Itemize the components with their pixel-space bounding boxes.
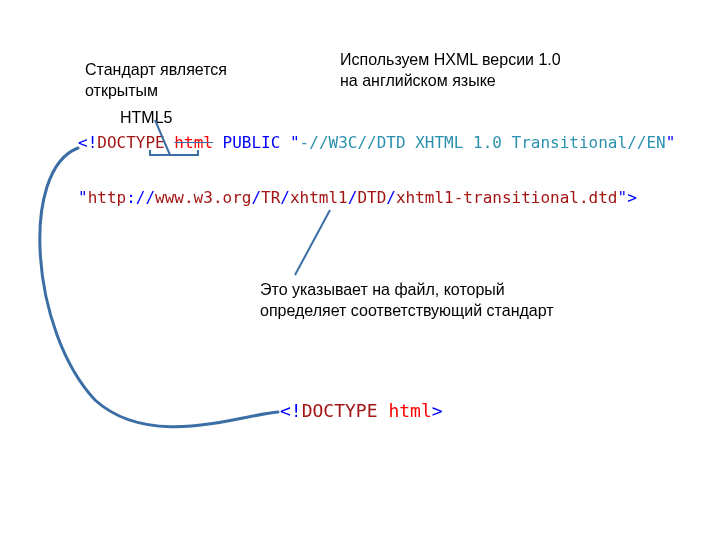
tok — [165, 133, 175, 152]
tok: " — [618, 188, 628, 207]
text-line: на английском языке — [340, 72, 496, 89]
tok: > — [627, 188, 637, 207]
tok: DOCTYPE — [97, 133, 164, 152]
tok: / — [386, 188, 396, 207]
tok: < — [78, 133, 88, 152]
tok: TR — [261, 188, 280, 207]
tok: ! — [88, 133, 98, 152]
text-line: HTML5 — [120, 109, 172, 126]
tok: / — [280, 188, 290, 207]
tok: " — [666, 133, 676, 152]
tok: / — [348, 188, 358, 207]
tok: DTD — [357, 188, 386, 207]
tok: http — [88, 188, 127, 207]
text-line: определяет соответствующий стандарт — [260, 302, 554, 319]
tok — [378, 400, 389, 421]
tok: " — [290, 133, 300, 152]
tok: > — [432, 400, 443, 421]
annotation-hxml-version: Используем HXML версии 1.0 на английском… — [340, 50, 561, 92]
tok — [280, 133, 290, 152]
text-line: открытым — [85, 82, 158, 99]
tok: www.w3.org — [155, 188, 251, 207]
tok: html — [174, 133, 213, 152]
code-line-doctype-xhtml: <!DOCTYPE html PUBLIC "-//W3C//DTD XHTML… — [78, 133, 675, 152]
text-line: Используем HXML версии 1.0 — [340, 51, 561, 68]
tok: / — [251, 188, 261, 207]
code-line-dtd-url: "http://www.w3.org/TR/xhtml1/DTD/xhtml1-… — [78, 188, 637, 207]
tok: -//W3C//DTD XHTML 1.0 Transitional//EN — [300, 133, 666, 152]
tok: :// — [126, 188, 155, 207]
tok: " — [78, 188, 88, 207]
tok: < — [280, 400, 291, 421]
tok: PUBLIC — [223, 133, 281, 152]
tok: xhtml1 — [290, 188, 348, 207]
code-line-doctype-html5: <!DOCTYPE html> — [280, 400, 443, 421]
tok: ! — [291, 400, 302, 421]
tok: html — [388, 400, 431, 421]
annotation-html5: HTML5 — [120, 108, 172, 129]
tok: xhtml1-transitional.dtd — [396, 188, 618, 207]
text-line: Стандарт является — [85, 61, 227, 78]
tok — [213, 133, 223, 152]
text-line: Это указывает на файл, который — [260, 281, 505, 298]
annotation-standard-open: Стандарт является открытым — [85, 60, 227, 102]
tok: DOCTYPE — [302, 400, 378, 421]
annotation-file-note: Это указывает на файл, который определяе… — [260, 280, 554, 322]
